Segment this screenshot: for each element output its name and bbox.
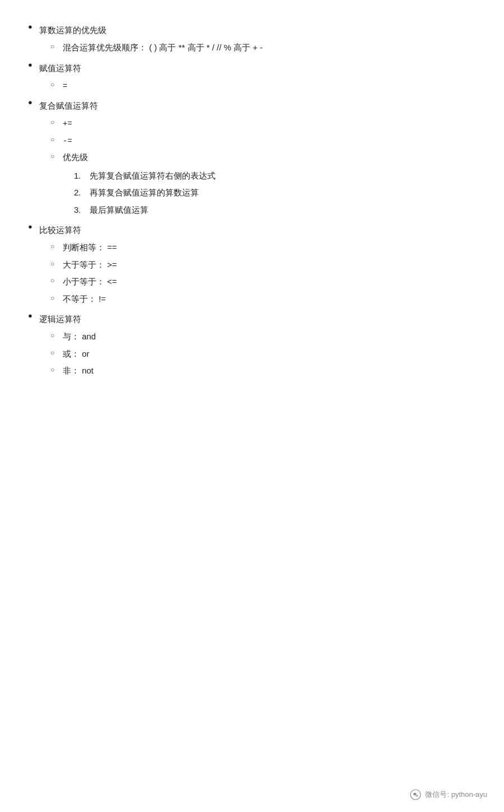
list-item-minus-equals: -=: [50, 133, 476, 149]
list-item-logical: 逻辑运算符 与： and 或： or 非： not: [28, 311, 476, 379]
second-level-list-arithmetic: 混合运算优先级顺序： ( ) 高于 ** 高于 * / // % 高于 + -: [50, 40, 476, 56]
plus-equals-text: +=: [63, 119, 72, 128]
section-title-assignment: 赋值运算符: [39, 63, 81, 73]
not-equal-text: 不等于： !=: [63, 294, 106, 304]
main-content: 算数运算的优先级 混合运算优先级顺序： ( ) 高于 ** 高于 * / // …: [0, 0, 504, 428]
lte-text: 小于等于： <=: [63, 277, 117, 286]
priority-step-3-text: 最后算赋值运算: [90, 205, 148, 214]
priority-step-2: 再算复合赋值运算的算数运算: [74, 185, 476, 201]
list-item-gte: 大于等于： >=: [50, 257, 476, 273]
or-text: 或： or: [63, 349, 90, 358]
second-level-list-logical: 与： and 或： or 非： not: [50, 329, 476, 379]
equals-text: =: [63, 82, 67, 91]
top-level-list: 算数运算的优先级 混合运算优先级顺序： ( ) 高于 ** 高于 * / // …: [28, 22, 476, 379]
list-item-equal-to: 判断相等： ==: [50, 240, 476, 256]
minus-equals-text: -=: [63, 137, 72, 146]
footer-label: 微信号: python-ayu: [425, 790, 487, 800]
priority-step-2-text: 再算复合赋值运算的算数运算: [90, 188, 199, 197]
ordered-list-priority: 先算复合赋值运算符右侧的表达式 再算复合赋值运算的算数运算 最后算赋值运算: [74, 168, 476, 218]
priority-step-3: 最后算赋值运算: [74, 202, 476, 218]
list-item-plus-equals: +=: [50, 115, 476, 132]
footer: 微信号: python-ayu: [409, 788, 487, 801]
priority-step-1-text: 先算复合赋值运算符右侧的表达式: [90, 171, 216, 180]
section-title-arithmetic: 算数运算的优先级: [39, 25, 106, 35]
list-item-compound: 复合赋值运算符 += -= 优先级 先算复合赋值运算符右侧的表达式 再算复合赋值: [28, 98, 476, 218]
list-item-not: 非： not: [50, 363, 476, 379]
list-item-or: 或： or: [50, 346, 476, 362]
list-item-and: 与： and: [50, 329, 476, 345]
equal-to-text: 判断相等： ==: [63, 242, 117, 252]
list-item-equals: =: [50, 78, 476, 94]
second-level-list-compound: += -= 优先级 先算复合赋值运算符右侧的表达式 再算复合赋值运算的算数运算: [50, 115, 476, 218]
list-item-not-equal: 不等于： !=: [50, 291, 476, 307]
section-title-logical: 逻辑运算符: [39, 314, 81, 324]
list-item-comparison: 比较运算符 判断相等： == 大于等于： >= 小于等于： <= 不等于： !=: [28, 222, 476, 307]
second-level-list-assignment: =: [50, 78, 476, 94]
priority-label: 优先级: [63, 152, 88, 162]
list-item-priority: 优先级 先算复合赋值运算符右侧的表达式 再算复合赋值运算的算数运算 最后算赋值运…: [50, 150, 476, 218]
mixed-priority-text: 混合运算优先级顺序： ( ) 高于 ** 高于 * / // % 高于 + -: [63, 43, 263, 52]
second-level-list-comparison: 判断相等： == 大于等于： >= 小于等于： <= 不等于： !=: [50, 240, 476, 307]
list-item-arithmetic: 算数运算的优先级 混合运算优先级顺序： ( ) 高于 ** 高于 * / // …: [28, 22, 476, 56]
wechat-icon: [409, 788, 422, 801]
gte-text: 大于等于： >=: [63, 260, 117, 269]
list-item-assignment: 赋值运算符 =: [28, 60, 476, 94]
section-title-compound: 复合赋值运算符: [39, 101, 98, 110]
list-item-mixed-priority: 混合运算优先级顺序： ( ) 高于 ** 高于 * / // % 高于 + -: [50, 40, 476, 56]
section-title-comparison: 比较运算符: [39, 225, 81, 235]
not-text: 非： not: [63, 366, 94, 375]
priority-step-1: 先算复合赋值运算符右侧的表达式: [74, 168, 476, 184]
and-text: 与： and: [63, 332, 96, 341]
list-item-lte: 小于等于： <=: [50, 274, 476, 290]
